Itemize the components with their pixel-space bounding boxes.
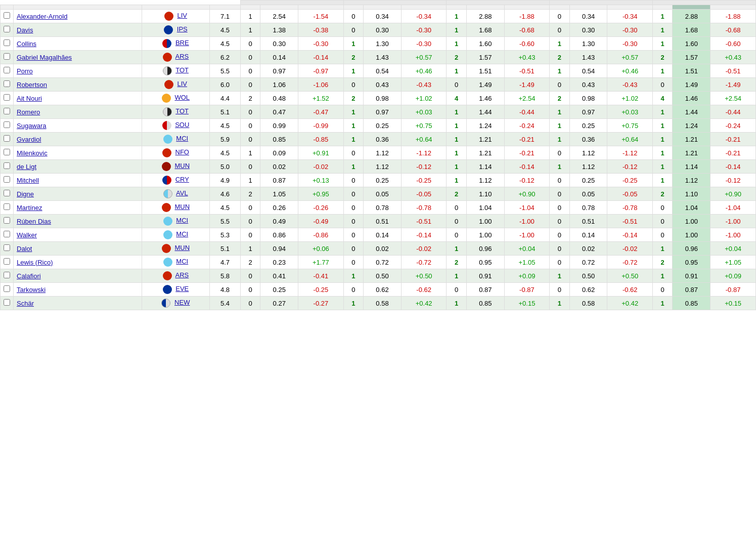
- row-checkbox[interactable]: [1, 297, 14, 310]
- npga-col-header[interactable]: [653, 5, 673, 10]
- player-name[interactable]: Alexander-Arnold: [14, 10, 142, 23]
- row-checkbox[interactable]: [1, 119, 14, 133]
- dnpi-cell: -0.68: [710, 23, 756, 37]
- ga-cell: 0: [447, 201, 466, 215]
- xg-cell: 0.05: [364, 187, 402, 201]
- player-name[interactable]: Martínez: [14, 201, 142, 215]
- row-checkbox[interactable]: [1, 51, 14, 64]
- player-name[interactable]: Sugawara: [14, 119, 142, 133]
- dg-col-header[interactable]: [401, 5, 447, 10]
- row-checkbox[interactable]: [1, 228, 14, 242]
- player-name[interactable]: Dalot: [14, 242, 142, 256]
- row-checkbox[interactable]: [1, 201, 14, 215]
- player-name[interactable]: Lewis (Rico): [14, 256, 142, 269]
- xa-cell: 0.25: [260, 283, 298, 297]
- oa-cell: 0: [240, 283, 260, 297]
- player-name[interactable]: de Ligt: [14, 160, 142, 174]
- npxg-cell: 0.43: [569, 78, 607, 92]
- npg-cell: 0: [550, 78, 569, 92]
- dnpi-cell: -1.00: [710, 228, 756, 242]
- xa-cell: 2.54: [260, 10, 298, 23]
- player-name[interactable]: Milenkovic: [14, 146, 142, 160]
- npg-col-header[interactable]: [550, 5, 569, 10]
- player-name[interactable]: Davis: [14, 23, 142, 37]
- npga-cell: 1: [653, 160, 673, 174]
- player-name[interactable]: Tarkowski: [14, 283, 142, 297]
- row-checkbox[interactable]: [1, 283, 14, 297]
- oa-cell: 2: [240, 92, 260, 105]
- di-cell: -1.88: [504, 10, 550, 23]
- player-name[interactable]: Schär: [14, 297, 142, 310]
- row-checkbox[interactable]: [1, 160, 14, 174]
- row-checkbox[interactable]: [1, 174, 14, 187]
- row-checkbox[interactable]: [1, 64, 14, 78]
- xa-cell: 0.14: [260, 51, 298, 64]
- npxg-col-header[interactable]: [569, 5, 607, 10]
- involvement-group-header: [447, 1, 550, 5]
- xa-cell: 0.94: [260, 242, 298, 256]
- player-name[interactable]: Digne: [14, 187, 142, 201]
- dg-cell: +0.03: [401, 105, 447, 119]
- di-cell: -0.60: [504, 37, 550, 51]
- cost-col-header[interactable]: [210, 5, 241, 10]
- dnpi-cell: +1.05: [710, 256, 756, 269]
- xg-col-header[interactable]: [364, 5, 402, 10]
- player-name[interactable]: Collins: [14, 37, 142, 51]
- oa-cell: 2: [240, 256, 260, 269]
- row-checkbox[interactable]: [1, 133, 14, 146]
- player-name[interactable]: Rúben Dias: [14, 215, 142, 228]
- player-name[interactable]: Ait Nouri: [14, 92, 142, 105]
- row-checkbox[interactable]: [1, 269, 14, 283]
- ga-col-header[interactable]: [447, 5, 466, 10]
- npxgi-col-header[interactable]: [673, 5, 710, 10]
- da-col-header[interactable]: [298, 5, 344, 10]
- row-checkbox[interactable]: [1, 215, 14, 228]
- dg-cell: +1.02: [401, 92, 447, 105]
- npxgi-cell: 1.68: [673, 23, 710, 37]
- row-checkbox[interactable]: [1, 92, 14, 105]
- row-checkbox[interactable]: [1, 146, 14, 160]
- npxg-cell: 1.43: [569, 51, 607, 64]
- row-checkbox[interactable]: [1, 105, 14, 119]
- ga-cell: 1: [447, 297, 466, 310]
- dnpi-cell: -1.88: [710, 10, 756, 23]
- xa-col-header[interactable]: [260, 5, 298, 10]
- xa-cell: 0.87: [260, 174, 298, 187]
- oa-cell: 0: [240, 64, 260, 78]
- npxg-cell: 0.14: [569, 228, 607, 242]
- npxg-cell: 0.25: [569, 174, 607, 187]
- di-col-header[interactable]: [504, 5, 550, 10]
- xa-cell: 0.27: [260, 297, 298, 310]
- player-name[interactable]: Mitchell: [14, 174, 142, 187]
- row-checkbox[interactable]: [1, 187, 14, 201]
- ga-cell: 1: [447, 242, 466, 256]
- row-checkbox[interactable]: [1, 242, 14, 256]
- player-name[interactable]: Porro: [14, 64, 142, 78]
- row-checkbox[interactable]: [1, 37, 14, 51]
- dnpi-cell: -0.21: [710, 133, 756, 146]
- row-checkbox[interactable]: [1, 23, 14, 37]
- npg-cell: 1: [550, 119, 569, 133]
- player-name[interactable]: Gabriel Magalhães: [14, 51, 142, 64]
- xa-cell: 0.48: [260, 92, 298, 105]
- xgi-col-header[interactable]: [466, 5, 504, 10]
- row-checkbox[interactable]: [1, 78, 14, 92]
- player-name[interactable]: Gvardiol: [14, 133, 142, 146]
- di-cell: +0.90: [504, 187, 550, 201]
- oa-cell: 0: [240, 119, 260, 133]
- npxgi-cell: 1.46: [673, 92, 710, 105]
- dnpg-col-header[interactable]: [607, 5, 653, 10]
- player-name[interactable]: Walker: [14, 228, 142, 242]
- row-checkbox[interactable]: [1, 256, 14, 269]
- oa-col-header[interactable]: [240, 5, 260, 10]
- npxgi-cell: 1.21: [673, 133, 710, 146]
- team-col-header[interactable]: [142, 5, 210, 10]
- dnpi-col-header[interactable]: [710, 5, 756, 10]
- player-name[interactable]: Calafiori: [14, 269, 142, 283]
- player-name[interactable]: Robertson: [14, 78, 142, 92]
- player-name[interactable]: Romero: [14, 105, 142, 119]
- row-checkbox[interactable]: [1, 10, 14, 23]
- npxg-cell: 0.98: [569, 92, 607, 105]
- name-col-header[interactable]: [14, 5, 142, 10]
- g-col-header[interactable]: [343, 5, 363, 10]
